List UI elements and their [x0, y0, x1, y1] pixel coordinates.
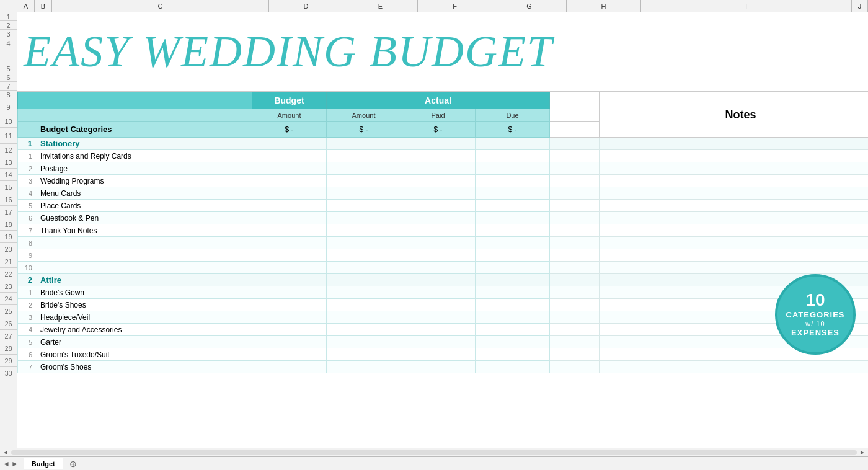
- item-actual: [327, 361, 401, 373]
- item-due: [476, 286, 550, 299]
- row-num-28: 28: [0, 342, 17, 355]
- row-num-24: 24: [0, 293, 17, 305]
- item-paid: [401, 324, 476, 336]
- row-num-5: 5: [0, 64, 17, 73]
- item-grooms-shoes: Groom's Shoes: [35, 361, 252, 373]
- row-num-27: 27: [0, 330, 17, 342]
- row-num-21: 21: [0, 255, 17, 268]
- item-jewelry: Jewelry and Accessories: [35, 324, 252, 336]
- item-paid: [401, 336, 476, 348]
- item-due: [476, 150, 550, 162]
- item-due: [476, 200, 550, 212]
- item-h: [550, 348, 600, 361]
- category-row-attire: 2 Attire: [18, 274, 869, 286]
- item-actual: [327, 175, 401, 187]
- item-paid: [401, 200, 476, 212]
- sub-actual-amount: Amount: [327, 109, 401, 122]
- cat-paid-1: [401, 138, 476, 150]
- item-empty-10: [35, 262, 252, 274]
- item-budget: [252, 200, 327, 212]
- item-paid: [401, 262, 476, 274]
- item-row-programs: 3 Wedding Programs: [18, 175, 869, 187]
- item-actual: [327, 286, 401, 299]
- sheet-tab-budget[interactable]: Budget: [24, 458, 63, 469]
- badge-connector: w/ 10: [805, 320, 825, 328]
- item-menu-cards: Menu Cards: [35, 187, 252, 200]
- tab-nav-left[interactable]: ◄: [2, 459, 10, 468]
- total-categories-label: Budget Categories: [35, 122, 252, 138]
- col-header-a: A: [17, 0, 35, 12]
- app-container: A B C D E F G H I J 1 2 3 4 5 6 7 8 9 1: [0, 0, 868, 470]
- col-header-b: B: [35, 0, 52, 12]
- scroll-track[interactable]: [11, 450, 857, 455]
- item-row-9: 9: [18, 249, 869, 262]
- item-paid: [401, 162, 476, 175]
- item-due: [476, 249, 550, 262]
- item-row-invitations: 1 Invitations and Reply Cards: [18, 150, 869, 162]
- row-num-13: 13: [0, 156, 17, 169]
- row-num-18: 18: [0, 218, 17, 231]
- item-notes: [600, 175, 869, 187]
- cat-actual-2: [327, 274, 401, 286]
- total-paid-dollar: $ -: [401, 122, 476, 138]
- item-h: [550, 336, 600, 348]
- row-numbers: 1 2 3 4 5 6 7 8 9 10 11 12 13 14 15 16 1…: [0, 12, 17, 448]
- item-row-garter: 5 Garter: [18, 336, 869, 348]
- item-notes: [600, 361, 869, 373]
- row-num-29: 29: [0, 355, 17, 367]
- item-budget: [252, 224, 327, 237]
- badge-text-categories: CATEGORIES: [786, 310, 845, 320]
- cat-num-1: 1: [18, 138, 35, 150]
- row-num-15: 15: [0, 181, 17, 193]
- item-notes: [600, 224, 869, 237]
- item-place-cards: Place Cards: [35, 200, 252, 212]
- item-empty-9: [35, 249, 252, 262]
- item-actual: [327, 187, 401, 200]
- item-paid: [401, 361, 476, 373]
- sub-paid: Paid: [401, 109, 476, 122]
- item-h: [550, 361, 600, 373]
- item-actual: [327, 212, 401, 224]
- item-h: [550, 237, 600, 249]
- item-thank-you-notes: Thank You Notes: [35, 224, 252, 237]
- scroll-left-arrow[interactable]: ◄: [2, 449, 9, 456]
- row-num-7: 7: [0, 82, 17, 91]
- item-budget: [252, 150, 327, 162]
- add-sheet-button[interactable]: ⊕: [64, 458, 82, 470]
- item-budget: [252, 311, 327, 324]
- horizontal-scrollbar[interactable]: ◄ ►: [0, 448, 868, 456]
- item-notes: [600, 150, 869, 162]
- cat-name-attire: Attire: [35, 274, 252, 286]
- tab-nav-right[interactable]: ►: [11, 459, 19, 468]
- cat-due-2: [476, 274, 550, 286]
- item-paid: [401, 212, 476, 224]
- item-paid: [401, 299, 476, 311]
- col-header-i: I: [641, 0, 852, 12]
- item-actual: [327, 224, 401, 237]
- item-paid: [401, 187, 476, 200]
- item-h: [550, 187, 600, 200]
- cat-name-stationery: Stationery: [35, 138, 252, 150]
- cat-budget-2: [252, 274, 327, 286]
- scroll-right-arrow[interactable]: ►: [859, 449, 866, 456]
- item-row-grooms-shoes: 7 Groom's Shoes: [18, 361, 869, 373]
- cat-empty-h-2: [550, 274, 600, 286]
- row-num-25: 25: [0, 305, 17, 317]
- item-due: [476, 187, 550, 200]
- item-row-8: 8: [18, 237, 869, 249]
- row-num-23: 23: [0, 280, 17, 293]
- item-notes: [600, 212, 869, 224]
- item-row-brides-gown: 1 Bride's Gown: [18, 286, 869, 299]
- item-row-tuxedo: 6 Groom's Tuxedo/Suit: [18, 348, 869, 361]
- col-header-c: C: [52, 0, 269, 12]
- item-actual: [327, 324, 401, 336]
- row-num-12: 12: [0, 144, 17, 156]
- budget-table: Budget Actual Notes Amount Amount Paid D…: [17, 92, 868, 373]
- item-due: [476, 262, 550, 274]
- item-postage: Postage: [35, 162, 252, 175]
- item-row-place-cards: 5 Place Cards: [18, 200, 869, 212]
- item-actual: [327, 262, 401, 274]
- item-due: [476, 224, 550, 237]
- item-notes: [600, 200, 869, 212]
- row-num-17: 17: [0, 206, 17, 218]
